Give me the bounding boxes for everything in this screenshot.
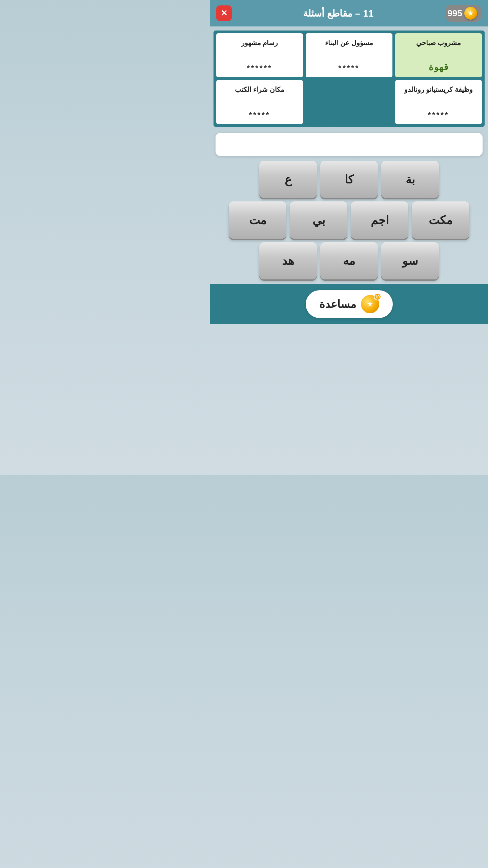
help-medal: ★ 10	[361, 295, 379, 313]
help-label: مساعدة	[319, 298, 356, 311]
letter-btn-bi[interactable]: بي	[290, 201, 347, 239]
letter-row-2: مكت اجم بي مت	[214, 201, 485, 239]
puzzle-answer-3: ******	[247, 64, 272, 73]
puzzle-cell-4[interactable]: وظيفة كريستيانو رونالدو *****	[395, 80, 482, 124]
letter-btn-mkt[interactable]: مكت	[412, 201, 469, 239]
header: ★ 995 11 – مقاطع أسئلة	[210, 0, 488, 26]
puzzle-answer-6: *****	[249, 111, 270, 119]
close-button[interactable]	[216, 5, 232, 21]
puzzle-clue-2: مسؤول عن البناء	[325, 38, 373, 47]
help-button[interactable]: ★ 10 مساعدة	[306, 290, 393, 318]
answer-input-box[interactable]	[216, 133, 483, 156]
letter-btn-ajm[interactable]: اجم	[351, 201, 408, 239]
puzzle-answer-4: *****	[428, 111, 449, 119]
letter-btn-ain[interactable]: ع	[259, 161, 317, 198]
help-area: ★ 10 مساعدة	[210, 284, 488, 324]
puzzle-area: مشروب صباحي قهوة مسؤول عن البناء ***** ر…	[214, 31, 485, 127]
answer-input-area	[216, 133, 483, 156]
puzzle-clue-3: رسام مشهور	[241, 38, 278, 47]
medal-badge: 10	[374, 293, 381, 300]
letter-btn-mt[interactable]: مت	[229, 201, 286, 239]
letter-row-1: بة كا ع	[214, 161, 485, 198]
letter-btn-mah[interactable]: مه	[320, 242, 378, 279]
letter-buttons: بة كا ع مكت اجم بي مت سو مه هد	[214, 161, 485, 279]
puzzle-clue-1: مشروب صباحي	[416, 38, 461, 47]
puzzle-cell-2[interactable]: مسؤول عن البناء *****	[306, 33, 392, 77]
coin-icon: ★	[464, 7, 477, 20]
puzzle-answer-2: *****	[339, 64, 360, 73]
puzzle-cell-empty	[306, 80, 392, 124]
puzzle-clue-4: وظيفة كريستيانو رونالدو	[404, 85, 473, 94]
letter-row-3: سو مه هد	[214, 242, 485, 279]
coins-area: ★ 995	[445, 5, 482, 22]
header-title: 11 – مقاطع أسئلة	[303, 8, 373, 19]
puzzle-cell-6[interactable]: مكان شراء الكتب *****	[216, 80, 303, 124]
letter-btn-ba[interactable]: بة	[381, 161, 439, 198]
coins-count: 995	[448, 8, 462, 19]
medal-star-icon: ★	[367, 300, 373, 309]
puzzle-clue-6: مكان شراء الكتب	[235, 85, 284, 94]
puzzle-cell-3[interactable]: رسام مشهور ******	[216, 33, 303, 77]
letter-btn-so[interactable]: سو	[381, 242, 439, 279]
puzzle-cell-1[interactable]: مشروب صباحي قهوة	[395, 33, 482, 77]
letter-btn-hd[interactable]: هد	[259, 242, 317, 279]
puzzle-answer-1: قهوة	[429, 62, 449, 73]
letter-btn-ka[interactable]: كا	[320, 161, 378, 198]
